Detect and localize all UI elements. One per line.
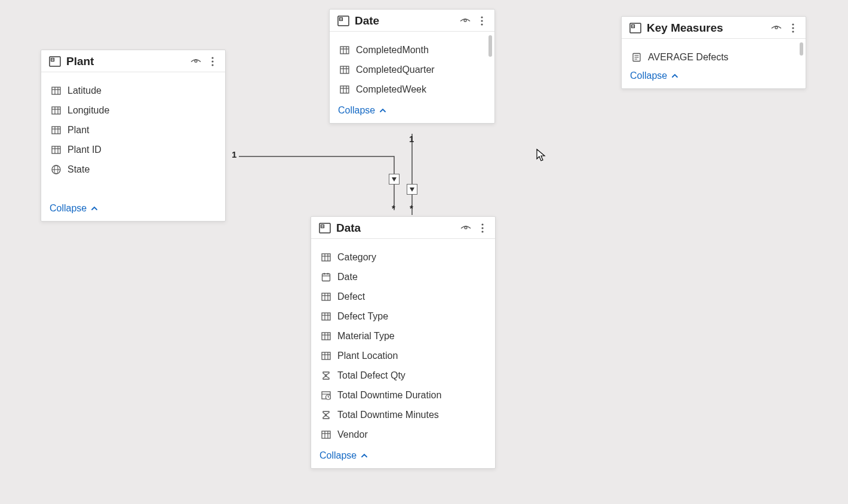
column-icon: [51, 125, 62, 136]
table-data[interactable]: Data CategoryDateDefectDefect TypeMateri…: [311, 216, 496, 469]
table-title: Data: [336, 222, 459, 235]
field-label: Date: [337, 272, 358, 282]
collapse-label: Collapse: [630, 70, 667, 81]
column-icon: [321, 291, 331, 302]
svg-rect-33: [340, 47, 349, 54]
calendar-icon: [321, 272, 331, 282]
field-row[interactable]: CompletedWeek: [338, 79, 490, 99]
column-icon: [51, 85, 62, 96]
field-row[interactable]: Vendor: [319, 425, 490, 444]
field-label: Category: [337, 252, 376, 263]
table-header[interactable]: Data: [311, 217, 495, 239]
field-row[interactable]: Defect: [319, 287, 490, 306]
svg-rect-56: [322, 273, 330, 281]
field-label: Defect Type: [337, 311, 388, 322]
svg-rect-81: [322, 431, 330, 438]
table-header[interactable]: Date: [330, 10, 494, 32]
field-row[interactable]: AVERAGE Defects: [630, 47, 801, 67]
field-row[interactable]: CompletedMonth: [338, 40, 490, 60]
visibility-toggle-icon[interactable]: [189, 55, 202, 68]
field-label: Total Defect Qty: [337, 370, 405, 381]
column-icon: [321, 252, 331, 263]
model-canvas[interactable]: 1 * 1 * Plant LatitudeLongitudePlantPlan…: [0, 0, 848, 504]
table-title: Date: [355, 14, 459, 27]
table-header[interactable]: Key Measures: [622, 17, 806, 39]
field-row[interactable]: Longitude: [50, 100, 220, 120]
svg-point-5: [211, 60, 213, 62]
svg-rect-11: [52, 107, 60, 114]
cardinality-one: 1: [232, 149, 236, 159]
cardinality-many: *: [410, 203, 413, 213]
field-row[interactable]: Latitude: [50, 81, 220, 100]
svg-rect-41: [340, 86, 349, 93]
svg-rect-60: [322, 293, 330, 300]
field-label: Plant: [67, 125, 89, 136]
collapse-label: Collapse: [50, 203, 87, 214]
svg-rect-19: [52, 146, 60, 153]
column-icon: [339, 45, 350, 56]
more-options-icon[interactable]: [476, 222, 489, 235]
column-icon: [321, 429, 331, 440]
collapse-button[interactable]: Collapse: [319, 450, 368, 461]
field-row[interactable]: Category: [319, 247, 490, 267]
sigma-icon: [321, 370, 331, 381]
field-row[interactable]: Defect Type: [319, 306, 490, 326]
visibility-toggle-icon[interactable]: [770, 21, 783, 35]
field-label: CompletedWeek: [356, 84, 426, 95]
column-icon: [339, 84, 350, 95]
svg-point-32: [481, 23, 483, 25]
field-row[interactable]: Total Defect Qty: [319, 365, 490, 385]
table-date[interactable]: Date CompletedMonthCompletedQuarterCompl…: [329, 9, 495, 124]
table-icon: [48, 55, 62, 68]
field-row[interactable]: Date: [319, 267, 490, 287]
filter-direction-icon[interactable]: [389, 174, 400, 185]
cardinality-many: *: [392, 203, 395, 213]
svg-rect-72: [322, 352, 330, 359]
field-list: CategoryDateDefectDefect TypeMaterial Ty…: [311, 239, 495, 447]
table-plant[interactable]: Plant LatitudeLongitudePlantPlant IDStat…: [41, 50, 226, 222]
visibility-toggle-icon[interactable]: [459, 222, 472, 235]
mouse-cursor-icon: [536, 149, 546, 162]
field-row[interactable]: State: [50, 159, 220, 179]
cardinality-one: 1: [409, 134, 414, 144]
svg-point-4: [211, 57, 213, 59]
duration-icon: [321, 390, 331, 401]
table-key-measures[interactable]: Key Measures AVERAGE Defects Collapse: [621, 16, 806, 89]
field-label: Vendor: [337, 429, 368, 440]
column-icon: [321, 331, 331, 342]
svg-point-29: [464, 19, 466, 21]
svg-point-88: [775, 26, 778, 29]
collapse-label: Collapse: [319, 450, 357, 461]
svg-point-51: [481, 231, 483, 232]
field-label: Defect: [337, 291, 365, 302]
globe-icon: [51, 164, 62, 175]
visibility-toggle-icon[interactable]: [459, 14, 472, 27]
chevron-up-icon: [360, 451, 368, 460]
collapse-button[interactable]: Collapse: [338, 105, 387, 116]
table-icon: [318, 222, 331, 235]
field-label: Total Downtime Duration: [337, 390, 441, 401]
field-row[interactable]: Plant Location: [319, 346, 490, 365]
more-options-icon[interactable]: [786, 21, 800, 35]
field-label: Total Downtime Minutes: [337, 410, 439, 420]
field-row[interactable]: Total Downtime Minutes: [319, 405, 490, 425]
field-row[interactable]: Plant: [50, 120, 220, 140]
field-row[interactable]: Material Type: [319, 326, 490, 346]
filter-direction-icon[interactable]: [407, 184, 417, 195]
svg-rect-15: [52, 127, 60, 134]
table-icon: [629, 21, 642, 35]
svg-point-90: [792, 27, 794, 29]
svg-point-49: [481, 223, 483, 225]
field-label: CompletedQuarter: [356, 64, 435, 75]
field-row[interactable]: Total Downtime Duration: [319, 385, 490, 405]
column-icon: [51, 145, 62, 155]
collapse-label: Collapse: [338, 105, 375, 116]
field-row[interactable]: Plant ID: [50, 140, 220, 159]
field-label: CompletedMonth: [356, 45, 429, 56]
collapse-button[interactable]: Collapse: [50, 203, 99, 214]
more-options-icon[interactable]: [475, 14, 488, 27]
field-row[interactable]: CompletedQuarter: [338, 60, 490, 79]
more-options-icon[interactable]: [206, 55, 219, 68]
collapse-button[interactable]: Collapse: [630, 70, 679, 81]
table-header[interactable]: Plant: [41, 50, 225, 72]
